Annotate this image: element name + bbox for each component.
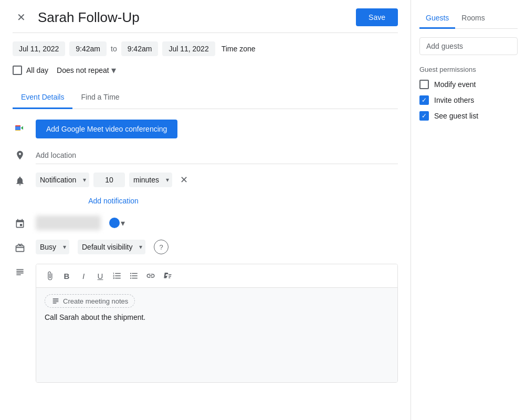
notification-inputs: Notification minutes ✕ — [36, 173, 191, 187]
ordered-list-button[interactable] — [110, 268, 124, 283]
notification-unit-wrapper: minutes — [129, 173, 172, 187]
end-date-button[interactable]: Jul 11, 2022 — [162, 41, 215, 56]
description-text: Call Sarah about the shipment. — [45, 313, 389, 321]
link-button[interactable] — [143, 268, 158, 283]
color-circle-large — [109, 218, 120, 228]
calendar-controls: blurred ▾ — [36, 216, 125, 230]
create-meeting-notes-button[interactable]: Create meeting notes — [45, 294, 135, 308]
status-controls: Busy Default visibility ? — [36, 240, 169, 254]
notification-row: Notification minutes ✕ Add notification — [13, 173, 398, 207]
repeat-button[interactable]: Does not repeat ▾ — [52, 62, 120, 78]
allday-row: All day Does not repeat ▾ — [13, 62, 398, 78]
tab-guests[interactable]: Guests — [419, 8, 455, 29]
location-icon — [13, 148, 27, 163]
editor-content[interactable]: Create meeting notes Call Sarah about th… — [36, 288, 397, 382]
permission-modify-row: Modify event — [419, 80, 518, 89]
status-row: Busy Default visibility ? — [13, 240, 398, 255]
notification-value-input[interactable] — [93, 173, 125, 187]
calendar-icon — [13, 217, 27, 231]
notes-icon — [13, 265, 27, 279]
calendar-name-blurred: blurred — [36, 216, 101, 230]
add-notification-button[interactable]: Add notification — [36, 195, 191, 207]
see-guest-list-checkbox[interactable] — [419, 111, 429, 121]
unordered-list-button[interactable] — [127, 268, 141, 283]
repeat-label: Does not repeat — [57, 66, 109, 74]
editor-toolbar: B I U — [36, 264, 397, 288]
sidebar: Guests Rooms Guest permissions Modify ev… — [411, 0, 526, 420]
tab-event-details[interactable]: Event Details — [13, 87, 72, 109]
modify-event-checkbox[interactable] — [419, 80, 429, 89]
end-time-button[interactable]: 9:42am — [121, 41, 159, 56]
start-date-button[interactable]: Jul 11, 2022 — [13, 41, 65, 56]
to-label: to — [111, 45, 117, 53]
notification-unit-select[interactable]: minutes — [129, 173, 172, 187]
tab-rooms[interactable]: Rooms — [455, 8, 491, 29]
notification-controls: Notification minutes ✕ Add notification — [36, 173, 191, 207]
close-button[interactable]: ✕ — [13, 9, 29, 26]
color-dropdown-button[interactable]: ▾ — [109, 218, 125, 228]
create-notes-label: Create meeting notes — [63, 297, 128, 305]
permissions-title: Guest permissions — [419, 66, 518, 73]
permission-invite-row: Invite others — [419, 95, 518, 105]
bell-icon — [13, 174, 27, 188]
allday-label: All day — [26, 66, 48, 74]
tabs-container: Event Details Find a Time — [13, 87, 398, 109]
briefcase-icon — [13, 241, 27, 255]
visibility-select[interactable]: Default visibility — [78, 240, 145, 254]
notification-type-select[interactable]: Notification — [36, 173, 89, 187]
attachment-button[interactable] — [43, 268, 57, 283]
remove-format-button[interactable] — [160, 268, 175, 283]
help-button[interactable]: ? — [154, 240, 169, 254]
remove-notification-button[interactable]: ✕ — [176, 173, 191, 187]
add-guests-input[interactable] — [419, 37, 518, 55]
see-guest-list-label: See guest list — [434, 112, 478, 120]
underline-button[interactable]: U — [93, 268, 108, 283]
permission-guestlist-row: See guest list — [419, 111, 518, 121]
modify-event-label: Modify event — [434, 80, 476, 89]
sidebar-tabs: Guests Rooms — [419, 8, 518, 29]
notification-type-wrapper: Notification — [36, 173, 89, 187]
save-button[interactable]: Save — [356, 8, 398, 26]
busy-select[interactable]: Busy — [36, 240, 69, 254]
location-input-wrapper — [36, 147, 398, 164]
start-time-button[interactable]: 9:42am — [69, 41, 107, 56]
calendar-row: blurred ▾ — [13, 216, 398, 231]
allday-checkbox[interactable] — [13, 66, 22, 75]
description-row: B I U — [13, 264, 398, 383]
visibility-wrapper: Default visibility — [78, 240, 145, 254]
meet-row: Add Google Meet video conferencing — [13, 120, 398, 138]
editor-wrapper: B I U — [36, 264, 398, 383]
busy-wrapper: Busy — [36, 240, 69, 254]
location-input[interactable] — [36, 147, 398, 164]
location-row — [13, 147, 398, 164]
timezone-button[interactable]: Time zone — [219, 41, 258, 56]
meet-button-label: Add Google Meet video conferencing — [46, 125, 167, 133]
italic-button[interactable]: I — [76, 268, 91, 283]
chevron-down-icon: ▾ — [111, 64, 116, 76]
add-meet-button[interactable]: Add Google Meet video conferencing — [36, 120, 177, 138]
invite-others-checkbox[interactable] — [419, 95, 429, 105]
event-title-input[interactable] — [38, 9, 348, 26]
datetime-row: Jul 11, 2022 9:42am to 9:42am Jul 11, 20… — [13, 41, 398, 56]
meet-icon — [13, 121, 27, 135]
color-chevron-icon: ▾ — [121, 218, 125, 228]
tab-find-a-time[interactable]: Find a Time — [72, 87, 128, 109]
permissions-section: Guest permissions Modify event Invite ot… — [419, 66, 518, 121]
invite-others-label: Invite others — [434, 96, 474, 104]
bold-button[interactable]: B — [59, 268, 74, 283]
